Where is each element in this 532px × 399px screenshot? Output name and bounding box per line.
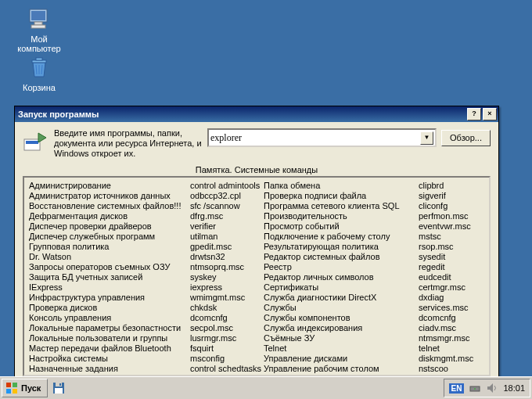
command-desc: Настройка системы — [29, 354, 190, 364]
command-desc: Администратор источников данных — [29, 191, 190, 201]
command-desc: Локальные пользователи и группы — [29, 333, 190, 343]
command-desc: Мастер передачи файлов Bluetooth — [29, 343, 190, 354]
command-desc: Редактор личных символов — [264, 272, 419, 282]
command-cmd: nstscoo — [419, 364, 481, 374]
command-cmd: dcomcnfg — [419, 313, 481, 323]
command-cmd: gpedit.msc — [190, 242, 264, 252]
open-input-value[interactable]: explorer — [210, 132, 420, 144]
command-desc: Диспечер служебных программ — [29, 232, 190, 242]
volume-icon[interactable] — [486, 382, 498, 394]
command-desc: Групповая политика — [29, 242, 190, 252]
commands-col-cmd-1: control admintoolsodbccp32.cplsfc /scann… — [190, 181, 264, 376]
computer-icon — [27, 6, 52, 31]
command-desc: Съёмные ЗУ — [264, 333, 419, 343]
windows-logo-icon — [5, 382, 18, 394]
command-cmd: sfc /scannow — [190, 201, 264, 211]
command-cmd: ntmsoprq.msc — [190, 262, 264, 272]
command-cmd: drwtsn32 — [190, 252, 264, 262]
command-desc: Telnet — [264, 343, 419, 354]
browse-button[interactable]: Обзор... — [441, 130, 491, 146]
command-cmd: lusrmgr.msc — [190, 333, 264, 343]
language-indicator[interactable]: EN — [449, 383, 465, 394]
open-combobox[interactable]: explorer ▼ — [207, 128, 437, 147]
recycle-bin-icon — [27, 55, 52, 80]
svg-rect-12 — [13, 383, 17, 387]
taskbar: Пуск EN 18:01 — [0, 376, 532, 399]
svg-rect-11 — [6, 383, 11, 387]
help-button[interactable]: ? — [467, 108, 481, 120]
commands-col-desc-2: Папка обменаПроверка подписи файлаПрогра… — [264, 181, 419, 376]
command-cmd: ciadv.msc — [419, 323, 481, 333]
command-desc: Службы компонентов — [264, 313, 419, 323]
command-cmd: eventvwr.msc — [419, 221, 481, 232]
command-desc: Просмотр событий — [264, 221, 419, 232]
svg-rect-1 — [31, 11, 45, 20]
run-top-row: Введите имя программы, папки, документа … — [15, 122, 498, 164]
command-desc: Консоль управления — [29, 313, 190, 323]
command-cmd: regedit — [419, 262, 481, 272]
command-cmd: chkdsk — [190, 303, 264, 313]
command-desc: Редактор системных файлов — [264, 252, 419, 262]
command-cmd: telnet — [419, 343, 481, 354]
command-desc: Папка обмена — [264, 181, 419, 191]
command-cmd: eudcedit — [419, 272, 481, 282]
run-description: Введите имя программы, папки, документа … — [54, 128, 207, 159]
command-desc: Подключение к рабочему столу — [264, 232, 419, 242]
command-cmd: services.msc — [419, 303, 481, 313]
command-cmd: msconfig — [190, 354, 264, 364]
command-desc: Локальные параметры безопастности — [29, 323, 190, 333]
clock[interactable]: 18:01 — [503, 383, 525, 393]
desktop-icon-label: Мой компьютер — [8, 34, 70, 53]
svg-rect-5 — [36, 58, 42, 60]
command-cmd: clipbrd — [419, 181, 481, 191]
desktop-icon-label: Корзина — [8, 83, 70, 92]
command-cmd: secpol.msc — [190, 323, 264, 333]
svg-rect-3 — [31, 25, 45, 28]
command-desc: Защита БД учетных записей — [29, 272, 190, 282]
command-cmd: fsquirt — [190, 343, 264, 354]
svg-rect-2 — [34, 22, 42, 25]
command-cmd: sigverif — [419, 191, 481, 201]
commands-panel: АдминистрированиеАдминистратор источнико… — [23, 176, 491, 376]
command-desc: Проверка дисков — [29, 303, 190, 313]
command-desc: Производительность — [264, 211, 419, 221]
safely-remove-icon[interactable] — [469, 382, 481, 394]
command-cmd: control schedtasks — [190, 364, 264, 374]
command-desc: Dr. Watson — [29, 252, 190, 262]
command-cmd: perfmon.msc — [419, 211, 481, 221]
command-desc: Реестр — [264, 262, 419, 272]
chevron-down-icon[interactable]: ▼ — [420, 131, 433, 145]
command-cmd: sysedit — [419, 252, 481, 262]
system-tray: EN 18:01 — [444, 379, 530, 397]
command-cmd: dfrg.msc — [190, 211, 264, 221]
commands-col-desc-1: АдминистрированиеАдминистратор источнико… — [29, 181, 190, 376]
titlebar[interactable]: Запуск программы ? × — [15, 106, 498, 122]
svg-rect-18 — [59, 383, 61, 386]
desktop-icon-my-computer[interactable]: Мой компьютер — [8, 6, 70, 53]
command-cmd: cliconfg — [419, 201, 481, 211]
quicklaunch-save[interactable] — [49, 379, 68, 397]
svg-rect-10 — [26, 141, 38, 144]
command-cmd: rsop.msc — [419, 242, 481, 252]
command-desc: Сертификаты — [264, 282, 419, 293]
command-desc: IExpress — [29, 282, 190, 293]
command-desc: Проверка подписи файла — [264, 191, 419, 201]
command-desc: Управление дисками — [264, 354, 419, 364]
desktop: Мой компьютер Корзина Запуск программы ?… — [0, 0, 532, 399]
floppy-icon — [52, 382, 65, 394]
command-cmd: diskmgmt.msc — [419, 354, 481, 364]
command-cmd: wmimgmt.msc — [190, 293, 264, 303]
svg-point-20 — [474, 388, 476, 390]
desktop-icon-recycle-bin[interactable]: Корзина — [8, 55, 70, 92]
command-desc: Дефрагментация дисков — [29, 211, 190, 221]
command-desc: Назначенные задания — [29, 364, 190, 374]
command-desc: Инфраструктура управления — [29, 293, 190, 303]
start-button[interactable]: Пуск — [2, 379, 48, 397]
close-button[interactable]: × — [483, 108, 497, 120]
run-dialog: Запуск программы ? × Введите имя програм… — [14, 106, 499, 399]
svg-rect-14 — [13, 389, 17, 394]
command-cmd: certmgr.msc — [419, 282, 481, 293]
command-cmd: mstsc — [419, 232, 481, 242]
svg-rect-13 — [6, 389, 11, 394]
command-desc: Управление рабочим столом — [264, 364, 419, 374]
